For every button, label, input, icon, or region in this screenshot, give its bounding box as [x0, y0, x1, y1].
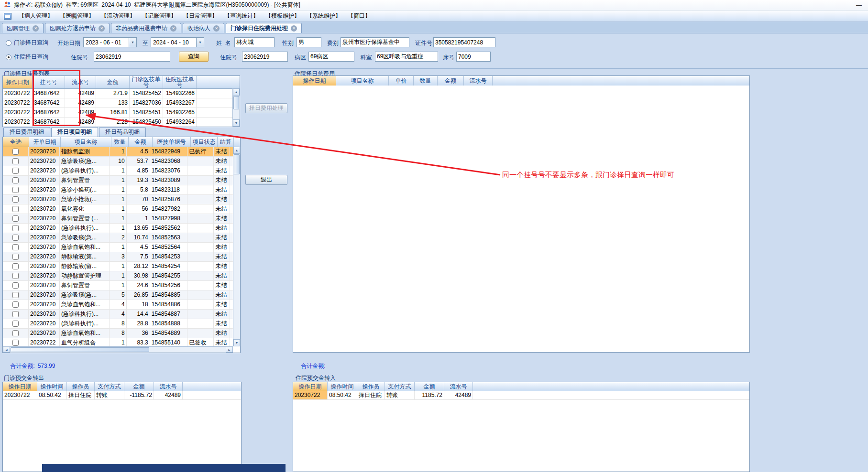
scroll-left-icon[interactable]: [3, 347, 10, 353]
menu-item[interactable]: 【记账管理】: [139, 11, 180, 21]
radio-outpatient-query[interactable]: 门诊择日查询: [6, 39, 48, 47]
menu-item[interactable]: 【模板维护】: [262, 11, 303, 21]
column-header-operation-date[interactable]: 操作日期: [293, 382, 328, 391]
column-header-amount[interactable]: 金额: [129, 137, 153, 147]
detail-row[interactable]: 20230720 急诊小换药(... 1 5.8 154823118 未结: [3, 185, 233, 195]
dept-input[interactable]: [375, 52, 438, 62]
column-header-select-all[interactable]: 全选: [3, 137, 29, 147]
document-tab[interactable]: 医嘱处方退药申请: [45, 23, 110, 33]
menu-item[interactable]: 【流动管理】: [98, 11, 139, 21]
column-header-inp-doc-no[interactable]: 住院医技单号: [163, 76, 197, 88]
tab-close-icon[interactable]: [170, 25, 176, 32]
vertical-scrollbar[interactable]: [233, 147, 240, 346]
column-header-operation-date[interactable]: 操作日期: [293, 76, 336, 86]
document-tab[interactable]: 门诊择日住院费用处理: [226, 23, 302, 33]
column-header-serial-no[interactable]: 流水号: [444, 382, 473, 391]
ward-input[interactable]: [308, 52, 354, 62]
id-number-input[interactable]: [433, 37, 495, 47]
minimize-button[interactable]: [854, 2, 864, 9]
row-checkbox[interactable]: [12, 292, 19, 298]
vertical-scrollbar[interactable]: [232, 88, 240, 127]
detail-row[interactable]: 20230720 (急诊科执行)... 1 4.85 154823076 未结: [3, 166, 233, 176]
menu-item[interactable]: 【系统维护】: [303, 11, 344, 21]
row-checkbox[interactable]: [12, 340, 19, 346]
column-header-operation-time[interactable]: 操作时间: [328, 382, 357, 391]
row-checkbox[interactable]: [12, 158, 19, 164]
column-header-amount[interactable]: 金额: [415, 382, 444, 391]
exit-button[interactable]: 退出: [245, 175, 287, 185]
menu-item[interactable]: 【医嘱管理】: [56, 11, 98, 21]
document-tab[interactable]: 收治病人: [183, 23, 224, 33]
row-checkbox[interactable]: [12, 301, 19, 308]
column-header-operator[interactable]: 操作员: [67, 382, 95, 391]
detail-row[interactable]: 20230720 急诊吸痰(急... 2 10.74 154852563 未结: [3, 233, 233, 243]
process-fees-button[interactable]: 择日费用处理: [245, 103, 287, 113]
detail-row[interactable]: 20230720 (急诊科执行)... 1 13.65 154852562 未结: [3, 224, 233, 233]
scrollbar-thumb[interactable]: [11, 347, 149, 352]
dropdown-icon[interactable]: [129, 38, 136, 47]
inpatient-no-input[interactable]: [94, 52, 170, 62]
scroll-up-icon[interactable]: [233, 147, 240, 154]
row-checkbox[interactable]: [12, 321, 19, 327]
column-header-pay-method[interactable]: 支付方式: [95, 382, 124, 391]
inpatient-no-display[interactable]: [242, 52, 288, 62]
row-checkbox[interactable]: [12, 196, 19, 203]
registration-row[interactable]: 20230722 34687642 42489 166.81 154825451…: [3, 108, 232, 118]
scroll-right-icon[interactable]: [226, 347, 233, 353]
scrollbar-thumb[interactable]: [233, 96, 239, 109]
scroll-down-icon[interactable]: [233, 119, 240, 127]
column-header-serial-no[interactable]: 流水号: [464, 76, 493, 86]
row-checkbox[interactable]: [12, 225, 19, 231]
column-header-operator[interactable]: 操作员: [357, 382, 385, 391]
column-header-unit-price[interactable]: 单价: [389, 76, 414, 86]
menu-item[interactable]: 【窗口】: [344, 11, 374, 21]
row-checkbox[interactable]: [12, 330, 19, 336]
prepay-in-row[interactable]: 20230722 08:50:42 择日住院 转账 1185.72 42489: [293, 391, 749, 400]
query-button[interactable]: 查询: [179, 52, 209, 62]
column-header-amount[interactable]: 金额: [124, 382, 154, 391]
detail-row[interactable]: 20230720 动静脉置管护理 1 30.98 154854255 未结: [3, 271, 233, 281]
column-header-doc-no[interactable]: 医技单据号: [153, 137, 191, 147]
detail-row[interactable]: 20230720 静脉输液(留... 1 28.12 154854254 未结: [3, 262, 233, 271]
column-header-item-status[interactable]: 项目状态: [191, 137, 218, 147]
dropdown-icon[interactable]: [196, 38, 204, 47]
row-checkbox[interactable]: [12, 282, 19, 289]
detail-row[interactable]: 20230720 急诊吸痰(急... 10 53.7 154823068 未结: [3, 157, 233, 166]
registration-row[interactable]: 20230722 34687642 42489 133 154827036 15…: [3, 98, 232, 108]
detail-row[interactable]: 20230720 急诊小抢救(... 1 70 154825876 未结: [3, 195, 233, 204]
patient-name-input[interactable]: [234, 37, 275, 47]
detail-row[interactable]: 20230720 鼻饲管置管 1 19.3 154823089 未结: [3, 176, 233, 185]
column-header-operation-time[interactable]: 操作时间: [37, 382, 67, 391]
end-date-combo[interactable]: 2024 - 04 - 10: [151, 37, 204, 47]
row-checkbox[interactable]: [12, 168, 19, 174]
column-header-settlement[interactable]: 结算: [218, 137, 234, 147]
detail-row[interactable]: 20230720 急诊吸痰(急... 5 26.85 154854885 未结: [3, 290, 233, 300]
column-header-operation-date[interactable]: 操作日期: [3, 76, 33, 88]
radio-inpatient-query[interactable]: 住院择日查询: [6, 53, 48, 61]
document-tab[interactable]: 医嘱管理: [2, 23, 44, 33]
row-checkbox[interactable]: [12, 187, 19, 193]
column-header-serial-no[interactable]: 流水号: [65, 76, 96, 88]
column-header-pay-method[interactable]: 支付方式: [385, 382, 415, 391]
detail-tab[interactable]: 择日药品明细: [99, 127, 146, 137]
column-header-quantity[interactable]: 数量: [111, 137, 129, 147]
detail-row[interactable]: 20230720 鼻饲管置管 1 24.6 154854256 未结: [3, 281, 233, 290]
bed-input[interactable]: [456, 52, 491, 62]
detail-row[interactable]: 20230720 (急诊科执行)... 4 14.4 154854887 未结: [3, 310, 233, 319]
detail-row[interactable]: 20230720 鼻饲管置管 (... 1 1 154827998 未结: [3, 214, 233, 224]
scrollbar-thumb[interactable]: [234, 154, 240, 174]
tab-close-icon[interactable]: [99, 25, 105, 32]
menu-item[interactable]: 【查询统计】: [221, 11, 262, 21]
column-header-item-name[interactable]: 项目名称: [61, 137, 111, 147]
column-header-operation-date[interactable]: 操作日期: [3, 382, 37, 391]
detail-row[interactable]: 20230720 急诊血氧饱和... 8 36 154854889 未结: [3, 329, 233, 338]
row-checkbox[interactable]: [12, 263, 19, 269]
row-checkbox[interactable]: [12, 235, 19, 241]
column-header-serial-no[interactable]: 流水号: [154, 382, 183, 391]
row-checkbox[interactable]: [12, 273, 19, 279]
detail-tab[interactable]: 择日费用明细: [3, 127, 50, 137]
tab-close-icon[interactable]: [33, 25, 39, 32]
row-checkbox[interactable]: [12, 254, 19, 260]
document-tab[interactable]: 非药品费用退费申请: [111, 23, 181, 33]
scroll-down-icon[interactable]: [233, 339, 240, 346]
